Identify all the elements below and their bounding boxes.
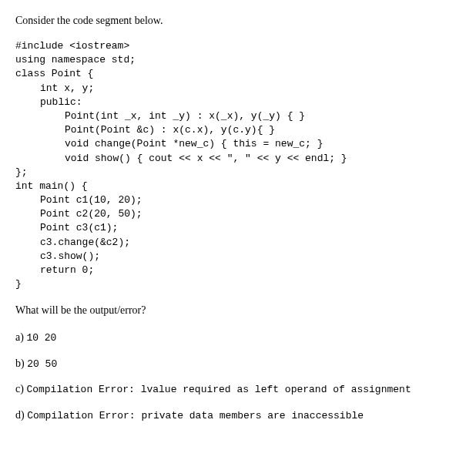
option-label: a) — [15, 331, 26, 343]
code-line: #include <iostream> — [15, 39, 461, 53]
option-c: c) Compilation Error: lvalue required as… — [15, 381, 461, 398]
option-label: c) — [15, 383, 26, 395]
code-line: void change(Point *new_c) { this = new_c… — [15, 137, 461, 151]
code-block: #include <iostream>using namespace std;c… — [15, 39, 461, 291]
option-a: a) 10 20 — [15, 329, 461, 346]
option-suffix: lvalue required as left operand of assig… — [141, 384, 411, 395]
options-list: a) 10 20b) 20 50c) Compilation Error: lv… — [15, 329, 461, 423]
code-line: int main() { — [15, 180, 461, 193]
option-prefix: Compilation Error: — [27, 410, 141, 421]
code-line: class Point { — [15, 67, 461, 81]
code-line: Point(int _x, int _y) : x(_x), y(_y) { } — [15, 109, 461, 123]
code-line: c3.change(&c2); — [15, 236, 461, 250]
option-label: b) — [15, 358, 27, 369]
code-line: } — [15, 277, 461, 291]
code-line: Point c2(20, 50); — [15, 207, 461, 221]
code-line: public: — [15, 96, 461, 109]
code-line: Point(Point &c) : x(c.x), y(c.y){ } — [15, 123, 461, 137]
code-line: return 0; — [15, 264, 461, 277]
option-suffix: private data members are inaccessible — [141, 410, 364, 421]
code-line: c3.show(); — [15, 250, 461, 264]
code-line: void show() { cout << x << ", " << y << … — [15, 152, 461, 166]
code-line: int x, y; — [15, 82, 461, 96]
code-line: }; — [15, 166, 461, 180]
option-prefix: Compilation Error: — [26, 384, 140, 395]
question-intro: Consider the code segment below. — [15, 12, 461, 29]
option-label: d) — [15, 409, 27, 421]
code-line: using namespace std; — [15, 53, 461, 67]
question-prompt: What will be the output/error? — [15, 302, 461, 318]
option-text: 20 50 — [27, 358, 57, 370]
option-text: 10 20 — [26, 332, 56, 344]
code-line: Point c1(10, 20); — [15, 193, 461, 207]
option-b: b) 20 50 — [15, 355, 461, 372]
code-line: Point c3(c1); — [15, 221, 461, 235]
option-d: d) Compilation Error: private data membe… — [15, 407, 461, 424]
